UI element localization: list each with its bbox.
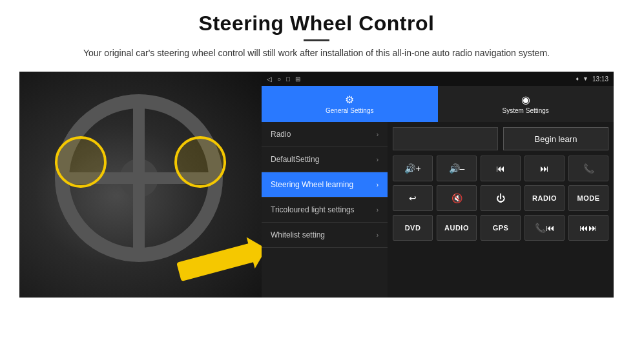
menu-item-tricoloured[interactable]: Tricoloured light settings ›: [262, 197, 388, 223]
prev-track-button[interactable]: ⏮: [481, 156, 521, 181]
icon-row-2: ↩ 🔇 ⏻ RADIO MODE: [393, 185, 608, 211]
menu-item-whitelist[interactable]: Whitelist setting ›: [262, 223, 388, 248]
icon-row-1: 🔊+ 🔊– ⏮ ⏭ 📞: [393, 156, 608, 181]
steering-wheel-image: [19, 72, 262, 298]
title-divider: [304, 39, 329, 41]
dvd-button[interactable]: DVD: [393, 215, 433, 241]
tab-system-label: System Settings: [503, 107, 549, 114]
status-left: ◁ ○ □ ⊞: [267, 76, 300, 83]
menu-item-steering-wheel[interactable]: Steering Wheel learning ›: [262, 172, 388, 197]
power-button[interactable]: ⏻: [481, 185, 521, 211]
page-wrapper: Steering Wheel Control Your original car…: [0, 0, 633, 364]
home-icon[interactable]: ○: [277, 76, 281, 83]
page-title: Steering Wheel Control: [83, 12, 550, 35]
system-settings-icon: ◉: [521, 94, 530, 106]
recents-icon[interactable]: □: [286, 76, 290, 83]
status-right: ♦ ▼ 13:13: [576, 76, 608, 83]
highlight-left: [55, 136, 107, 188]
menu-tricoloured-label: Tricoloured light settings: [271, 205, 377, 214]
tab-system-settings[interactable]: ◉ System Settings: [438, 86, 614, 122]
right-panel: Begin learn 🔊+ 🔊– ⏮ ⏭ 📞: [388, 122, 614, 298]
audio-button[interactable]: AUDIO: [437, 215, 477, 241]
next-track-button[interactable]: ⏭: [524, 156, 565, 181]
tab-general-settings[interactable]: ⚙ General Settings: [262, 86, 438, 122]
time-display: 13:13: [592, 76, 608, 83]
main-area: Radio › DefaultSetting › Steering Wheel …: [262, 122, 614, 298]
apps-icon[interactable]: ⊞: [295, 76, 300, 83]
vol-down-button[interactable]: 🔊–: [437, 156, 477, 181]
tab-general-label: General Settings: [326, 107, 374, 114]
chevron-steering: ›: [377, 181, 379, 188]
chevron-tricoloured: ›: [377, 207, 379, 214]
blank-input-box: [393, 127, 498, 150]
menu-default-label: DefaultSetting: [271, 155, 377, 164]
menu-steering-label: Steering Wheel learning: [271, 180, 377, 189]
menu-radio-label: Radio: [271, 130, 377, 139]
begin-learn-button[interactable]: Begin learn: [503, 127, 608, 150]
highlight-right: [174, 136, 226, 188]
icon-row-3: DVD AUDIO GPS 📞⏮ ⏮⏭: [393, 215, 608, 241]
tab-bar: ⚙ General Settings ◉ System Settings: [262, 86, 614, 122]
chevron-default: ›: [377, 156, 379, 163]
content-row: ◁ ○ □ ⊞ ♦ ▼ 13:13 ⚙ General Settings: [19, 72, 614, 298]
vol-up-button[interactable]: 🔊+: [393, 156, 433, 181]
radio-button[interactable]: RADIO: [524, 185, 565, 211]
chevron-radio: ›: [377, 131, 379, 138]
title-section: Steering Wheel Control Your original car…: [83, 12, 550, 60]
spoke-vertical: [133, 108, 145, 248]
phone-prev-button[interactable]: 📞⏮: [524, 215, 565, 241]
phone-button[interactable]: 📞: [568, 156, 608, 181]
signal-icon: ▼: [583, 76, 588, 82]
prev-next-button[interactable]: ⏮⏭: [568, 215, 608, 241]
begin-learn-row: Begin learn: [393, 127, 608, 150]
chevron-whitelist: ›: [377, 232, 379, 239]
menu-list: Radio › DefaultSetting › Steering Wheel …: [262, 122, 388, 298]
gps-button[interactable]: GPS: [481, 215, 521, 241]
back-icon[interactable]: ◁: [267, 76, 272, 83]
call-answer-button[interactable]: ↩: [393, 185, 433, 211]
menu-whitelist-label: Whitelist setting: [271, 230, 377, 239]
settings-panel: ◁ ○ □ ⊞ ♦ ▼ 13:13 ⚙ General Settings: [262, 72, 614, 298]
general-settings-icon: ⚙: [345, 94, 354, 106]
subtitle: Your original car's steering wheel contr…: [83, 46, 550, 60]
menu-item-radio[interactable]: Radio ›: [262, 122, 388, 147]
arrow-container: [178, 252, 255, 272]
menu-item-default-setting[interactable]: DefaultSetting ›: [262, 147, 388, 172]
location-icon: ♦: [576, 76, 579, 82]
status-bar: ◁ ○ □ ⊞ ♦ ▼ 13:13: [262, 72, 614, 86]
mute-button[interactable]: 🔇: [437, 185, 477, 211]
icon-grid: 🔊+ 🔊– ⏮ ⏭ 📞 ↩ 🔇 ⏻ RADIO MODE: [393, 156, 608, 241]
mode-button[interactable]: MODE: [568, 185, 608, 211]
